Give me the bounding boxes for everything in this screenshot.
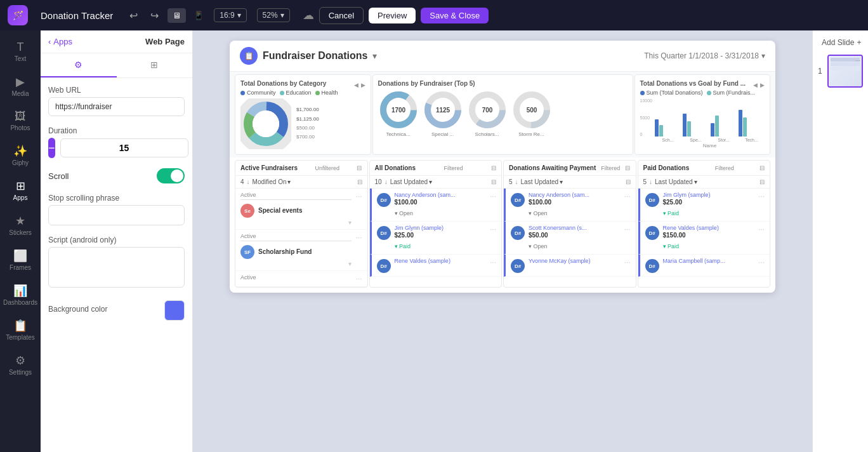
row3-info: Active xyxy=(240,274,352,281)
zoom-button[interactable]: 52% ▾ xyxy=(257,8,290,22)
row1-body: Se Special events xyxy=(240,201,352,219)
table2-sort[interactable]: Last Updated ▾ xyxy=(390,178,433,185)
row1-dots[interactable]: ··· xyxy=(624,192,630,201)
row2-avatar: D# xyxy=(377,226,391,240)
table4-layout-icon[interactable]: ⊟ xyxy=(760,178,765,185)
row1-dots[interactable]: ··· xyxy=(490,192,496,201)
ratio-button[interactable]: 16:9 ▾ xyxy=(214,8,246,22)
table2-sort-chevron: ▾ xyxy=(429,178,432,185)
sort-arrow-icon: ↓ xyxy=(385,178,388,185)
sidebar-item-media[interactable]: ▶ Media xyxy=(4,70,37,102)
topbar-right: ☁ Cancel Preview Save & Close xyxy=(303,7,489,24)
scroll-row: Scroll xyxy=(48,168,185,183)
row2-avatar: D# xyxy=(645,226,659,240)
script-textarea[interactable] xyxy=(48,247,185,288)
row3-dots[interactable]: ··· xyxy=(758,258,765,267)
donut-special: 1125 Special ... xyxy=(423,90,463,137)
row1-dots[interactable]: ··· xyxy=(758,192,765,201)
table2-layout-icon[interactable]: ⊟ xyxy=(491,178,496,185)
apps-icon: ⊞ xyxy=(16,179,25,193)
sidebar-item-frames[interactable]: ⬜ Frames xyxy=(4,244,37,276)
url-input[interactable] xyxy=(48,97,185,116)
device-controls: 🖥 📱 xyxy=(168,8,209,23)
tab-layout[interactable]: ⊞ xyxy=(117,53,193,77)
add-slide-button[interactable]: Add Slide + xyxy=(818,36,863,50)
mobile-device-button[interactable]: 📱 xyxy=(188,8,209,23)
row2-amount: $25.00 xyxy=(395,232,486,239)
sidebar-item-dashboards[interactable]: 📊 Dashboards xyxy=(4,279,37,311)
row3-dots[interactable]: ··· xyxy=(355,274,362,283)
table-row: D# Rene Valdes (sample) $150.00 ▾ Paid ·… xyxy=(638,222,770,255)
slide-thumbnail-1[interactable]: ··· xyxy=(827,55,863,88)
row2-avatar: SF xyxy=(240,245,254,259)
sidebar-item-settings[interactable]: ⚙ Settings xyxy=(4,349,37,381)
chart1-prev[interactable]: ◀ xyxy=(354,82,358,88)
chart3-next[interactable]: ▶ xyxy=(760,82,765,88)
row1-expand: ▾ xyxy=(240,219,352,226)
stop-phrase-input[interactable] xyxy=(48,205,185,225)
sidebar-item-giphy[interactable]: ✨ Giphy xyxy=(4,139,37,171)
row2-dots[interactable]: ··· xyxy=(624,225,630,234)
chart1-title: Total Donations by Category xyxy=(240,80,326,87)
table3-layout-icon[interactable]: ⊟ xyxy=(626,178,631,185)
row2-amount: $150.00 xyxy=(663,232,754,239)
slide-options-button[interactable]: ··· xyxy=(855,57,860,64)
duration-input[interactable] xyxy=(60,138,188,157)
bar-group-spe xyxy=(683,114,709,136)
sidebar-item-templates[interactable]: 📋 Templates xyxy=(4,314,37,346)
undo-button[interactable]: ↩ xyxy=(126,7,141,24)
table4-sort[interactable]: Last Updated ▾ xyxy=(655,178,697,185)
row3-dots[interactable]: ··· xyxy=(624,258,630,267)
logo: 🪄 xyxy=(8,5,28,25)
table2-header: All Donations Filtered ⊟ xyxy=(370,161,502,176)
table3-filter-icon[interactable]: ⊟ xyxy=(625,164,630,171)
divider xyxy=(240,241,352,241)
y-axis: 10000 5000 0 xyxy=(640,98,654,136)
fundrais-label: Sum (Fundrais... xyxy=(713,90,756,96)
wp-header: 📋 Fundraiser Donations ▾ This Quarter 1/… xyxy=(230,41,775,72)
sidebar-item-apps[interactable]: ⊞ Apps xyxy=(4,174,37,206)
table3-sort[interactable]: Last Updated ▾ xyxy=(521,178,563,185)
cancel-button[interactable]: Cancel xyxy=(319,7,364,24)
save-close-button[interactable]: Save & Close xyxy=(421,8,489,23)
row1-chevron-icon[interactable]: ▾ xyxy=(348,219,352,226)
duration-minus-button[interactable]: − xyxy=(48,138,55,158)
row1-dots[interactable]: ··· xyxy=(355,192,362,201)
table4-filter-icon[interactable]: ⊟ xyxy=(760,164,765,171)
sidebar-item-text[interactable]: T Text xyxy=(4,36,37,67)
donut-scholars: 700 Scholars... xyxy=(467,90,508,137)
table1-sort[interactable]: Modified On ▾ xyxy=(253,178,291,185)
row1-amount: $100.00 xyxy=(529,199,620,206)
row2-info: Jim Glynn (sample) $25.00 ▾ Paid xyxy=(395,225,486,251)
preview-button[interactable]: Preview xyxy=(369,8,416,23)
bar-label-sch: Sch... xyxy=(655,138,681,142)
scroll-toggle[interactable] xyxy=(157,168,185,183)
row3-dots[interactable]: ··· xyxy=(490,258,496,267)
row2-dots[interactable]: ··· xyxy=(758,225,765,234)
row1-avatar: D# xyxy=(377,193,391,207)
row2-dots[interactable]: ··· xyxy=(355,233,362,242)
table4-count: 5 xyxy=(643,178,647,185)
table1-layout-icon[interactable]: ⊟ xyxy=(357,178,362,185)
chart1-next[interactable]: ▶ xyxy=(361,82,365,88)
education-label: Education xyxy=(286,90,312,96)
table1-title: Active Fundraisers xyxy=(240,164,298,171)
community-label: Community xyxy=(247,90,276,96)
sidebar-item-photos[interactable]: 🖼 Photos xyxy=(4,105,37,136)
media-icon: ▶ xyxy=(16,75,25,89)
sidebar-item-stickers[interactable]: ★ Stickers xyxy=(4,209,37,241)
tab-settings[interactable]: ⚙ xyxy=(41,53,117,77)
table1-filter-icon[interactable]: ⊟ xyxy=(357,164,362,171)
desktop-device-button[interactable]: 🖥 xyxy=(168,8,186,23)
redo-button[interactable]: ↪ xyxy=(147,7,162,24)
bg-color-swatch[interactable] xyxy=(164,300,185,321)
bar-sch-2 xyxy=(659,125,663,136)
table3-count: 5 xyxy=(509,178,513,185)
chart3-prev[interactable]: ◀ xyxy=(753,82,758,88)
back-button[interactable]: ‹ Apps xyxy=(48,37,72,46)
row2-name: Scott Konersmann (s... xyxy=(529,225,620,231)
row2-dots[interactable]: ··· xyxy=(490,225,496,234)
donut-technical: 1700 Technica... xyxy=(378,90,419,137)
table2-filter-icon[interactable]: ⊟ xyxy=(491,164,496,171)
row2-chevron-icon[interactable]: ▾ xyxy=(348,260,352,267)
